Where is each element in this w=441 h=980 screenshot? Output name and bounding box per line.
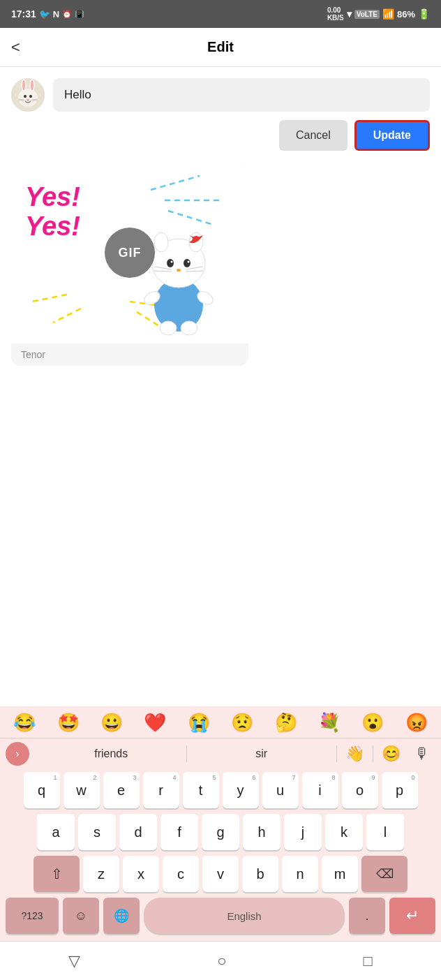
- key-y[interactable]: 6y: [223, 772, 259, 808]
- back-button[interactable]: <: [11, 38, 20, 57]
- suggestion-friends[interactable]: friends: [36, 745, 186, 763]
- space-key[interactable]: English: [144, 898, 345, 934]
- gif-overlay: GIF: [105, 228, 155, 278]
- emoji-laughing[interactable]: 😂: [13, 712, 36, 734]
- svg-point-1: [18, 89, 38, 107]
- twitter-icon: 🐦: [39, 9, 50, 20]
- key-m[interactable]: m: [322, 856, 358, 892]
- notification-icon: N: [53, 9, 59, 20]
- key-d[interactable]: d: [119, 814, 157, 850]
- svg-point-26: [184, 259, 190, 267]
- svg-point-7: [29, 95, 32, 98]
- key-o[interactable]: 9o: [342, 772, 378, 808]
- wifi-icon: ▾: [347, 8, 352, 20]
- key-q[interactable]: 1q: [24, 772, 60, 808]
- data-icon: 0.00KB/S: [327, 6, 344, 22]
- key-row-4: ?123 ☺ 🌐 English . ↵: [0, 895, 441, 941]
- gif-container: Yes!Yes!: [11, 162, 248, 343]
- shift-key[interactable]: ⇧: [33, 856, 80, 892]
- expand-suggestions-button[interactable]: ›: [6, 742, 29, 766]
- message-input[interactable]: [53, 78, 430, 112]
- message-row: [11, 78, 430, 112]
- key-s[interactable]: s: [78, 814, 116, 850]
- enter-key[interactable]: ↵: [389, 898, 435, 934]
- nav-recent-button[interactable]: □: [347, 946, 389, 976]
- battery-level: 86%: [397, 9, 415, 20]
- svg-point-24: [193, 236, 199, 242]
- suggestion-emoji-wave[interactable]: 👋: [337, 745, 373, 763]
- emoji-worried[interactable]: 😟: [231, 712, 253, 734]
- nav-bar: ▽ ○ □: [0, 941, 441, 980]
- svg-point-28: [188, 261, 190, 263]
- svg-line-13: [151, 176, 200, 190]
- edit-area: Cancel Update Yes!Yes!: [0, 67, 441, 377]
- key-l[interactable]: l: [366, 814, 404, 850]
- nav-home-button[interactable]: ○: [200, 946, 243, 976]
- key-row-1: 1q 2w 3e 4r 5t 6y 7u 8i 9o 0p: [0, 769, 441, 811]
- suggestions-bar: › friends sir 👋 😊 🎙: [0, 738, 441, 769]
- svg-point-29: [177, 269, 181, 272]
- svg-point-6: [24, 95, 27, 98]
- key-u[interactable]: 7u: [262, 772, 299, 808]
- key-c[interactable]: c: [163, 856, 199, 892]
- page-title: Edit: [207, 39, 234, 55]
- key-a[interactable]: a: [37, 814, 75, 850]
- period-key[interactable]: .: [349, 898, 385, 934]
- key-p[interactable]: 0p: [382, 772, 418, 808]
- key-b[interactable]: b: [242, 856, 278, 892]
- key-k[interactable]: k: [325, 814, 363, 850]
- key-r[interactable]: 4r: [143, 772, 179, 808]
- svg-point-22: [154, 232, 168, 252]
- update-button[interactable]: Update: [354, 120, 430, 151]
- alarm-icon: ⏰: [62, 10, 72, 19]
- key-i[interactable]: 8i: [302, 772, 338, 808]
- emoji-smile[interactable]: 😀: [100, 712, 123, 734]
- action-buttons: Cancel Update: [11, 120, 430, 151]
- signal-icon: 📶: [382, 8, 394, 20]
- svg-point-36: [160, 321, 177, 335]
- backspace-key[interactable]: ⌫: [361, 856, 408, 892]
- svg-line-16: [32, 295, 67, 302]
- suggestion-sir[interactable]: sir: [187, 745, 337, 763]
- key-n[interactable]: n: [282, 856, 318, 892]
- nav-back-button[interactable]: ▽: [52, 946, 97, 976]
- volte-icon: VoLTE: [354, 10, 380, 19]
- emoji-heart[interactable]: ❤️: [144, 712, 166, 734]
- status-bar: 17:31 🐦 N ⏰ 📳 0.00KB/S ▾ VoLTE 📶 86% 🔋: [0, 0, 441, 28]
- emoji-keyboard-key[interactable]: ☺: [63, 898, 99, 934]
- key-w[interactable]: 2w: [63, 772, 100, 808]
- key-j[interactable]: j: [284, 814, 322, 850]
- key-x[interactable]: x: [123, 856, 159, 892]
- svg-point-5: [31, 80, 33, 90]
- svg-point-27: [171, 261, 173, 263]
- header: < Edit: [0, 28, 441, 67]
- key-row-3: ⇧ z x c v b n m ⌫: [0, 853, 441, 895]
- globe-key[interactable]: 🌐: [103, 898, 140, 934]
- status-time: 17:31: [11, 8, 36, 20]
- gif-card: Yes!Yes!: [11, 162, 248, 366]
- battery-icon: 🔋: [418, 8, 430, 20]
- emoji-sob[interactable]: 😭: [188, 712, 210, 734]
- svg-point-8: [27, 99, 29, 101]
- key-g[interactable]: g: [202, 814, 239, 850]
- emoji-surprised[interactable]: 😮: [361, 712, 384, 734]
- emoji-bouquet[interactable]: 💐: [318, 712, 341, 734]
- key-z[interactable]: z: [83, 856, 119, 892]
- emoji-starstruck[interactable]: 🤩: [57, 712, 80, 734]
- key-t[interactable]: 5t: [183, 772, 219, 808]
- key-f[interactable]: f: [160, 814, 198, 850]
- vibrate-icon: 📳: [75, 10, 84, 19]
- numbers-key[interactable]: ?123: [6, 898, 59, 934]
- emoji-bar: 😂 🤩 😀 ❤️ 😭 😟 🤔 💐 😮 😡: [0, 706, 441, 738]
- key-row-2: a s d f g h j k l: [0, 811, 441, 853]
- key-e[interactable]: 3e: [103, 772, 140, 808]
- emoji-thinking[interactable]: 🤔: [275, 712, 297, 734]
- microphone-icon[interactable]: 🎙: [409, 745, 435, 763]
- suggestion-emoji-smile[interactable]: 😊: [373, 745, 409, 763]
- cancel-button[interactable]: Cancel: [279, 120, 347, 151]
- svg-point-4: [22, 80, 25, 90]
- key-v[interactable]: v: [202, 856, 239, 892]
- emoji-angry[interactable]: 😡: [405, 712, 428, 734]
- avatar: [11, 78, 45, 112]
- key-h[interactable]: h: [243, 814, 281, 850]
